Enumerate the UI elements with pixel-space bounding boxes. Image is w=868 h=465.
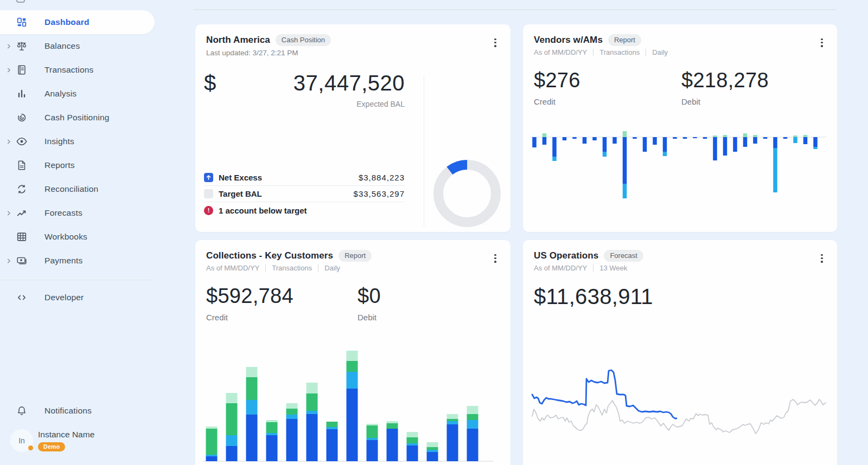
target-bal-value: $33,563,297 bbox=[354, 189, 405, 198]
vertical-divider bbox=[424, 76, 424, 227]
sidebar-item-cash-positioning[interactable]: Cash Positioning bbox=[0, 106, 155, 130]
card-us-operations: US Operations Forecast As of MM/DD/YY13 … bbox=[523, 240, 837, 465]
instance-status-dot bbox=[28, 445, 33, 450]
card-meta: As of MM/DD/YY13 Week bbox=[534, 264, 627, 272]
balances-icon bbox=[16, 40, 28, 52]
notifications-icon bbox=[16, 405, 28, 417]
card-meta: As of MM/DD/YYTransactionsDaily bbox=[534, 48, 668, 56]
debit-stat: $218,278 Debit bbox=[681, 69, 769, 106]
chevron-right-icon[interactable] bbox=[7, 43, 12, 49]
sidebar-item-label: Balances bbox=[44, 41, 80, 51]
cash-position-donut-chart bbox=[432, 158, 502, 229]
meta-item: Transactions bbox=[599, 48, 640, 56]
credit-value: $592,784 bbox=[206, 285, 293, 308]
sidebar-item-balances[interactable]: Balances bbox=[0, 34, 155, 58]
balance-rows: Net Excess $3,884,223 Target BAL $33,563… bbox=[204, 170, 405, 218]
sidebar-item-label: Insights bbox=[44, 137, 74, 146]
sidebar-item-transactions[interactable]: Transactions bbox=[0, 58, 155, 82]
kebab-menu-button[interactable] bbox=[818, 254, 826, 265]
chevron-right-icon[interactable] bbox=[7, 258, 12, 263]
meta-separator bbox=[593, 264, 593, 272]
sidebar-item-dashboard[interactable]: Dashboard bbox=[0, 10, 155, 34]
usops-line-chart bbox=[531, 358, 828, 461]
alert-icon: ! bbox=[204, 206, 213, 215]
alert-text: 1 account below target bbox=[219, 206, 307, 215]
alert-row: ! 1 account below target bbox=[204, 202, 405, 218]
sidebar-item-reconciliation[interactable]: Reconciliation bbox=[0, 177, 155, 201]
card-cash-position: North America Cash Position Last updated… bbox=[195, 24, 510, 232]
sidebar-item-workbooks[interactable]: Workbooks bbox=[0, 225, 155, 249]
sidebar-item-label: Cash Positioning bbox=[44, 113, 110, 122]
sidebar-item-label: Transactions bbox=[44, 65, 94, 75]
forecast-value: $11,638,911 bbox=[534, 285, 653, 309]
card-collections: Collections - Key Customers Report As of… bbox=[195, 240, 510, 465]
expected-balance-value: 37,447,520 bbox=[204, 71, 405, 95]
debit-value: $0 bbox=[358, 285, 381, 308]
sidebar-item-notifications[interactable]: Notifications bbox=[0, 399, 155, 423]
collections-bar-chart bbox=[203, 341, 501, 465]
reports-icon bbox=[16, 159, 28, 171]
target-square-icon bbox=[204, 189, 213, 198]
meta-item: 13 Week bbox=[599, 264, 627, 272]
developer-icon bbox=[16, 292, 28, 303]
meta-item: As of MM/DD/YY bbox=[206, 264, 259, 272]
sidebar-item-label: Reports bbox=[44, 160, 75, 170]
meta-item: Daily bbox=[652, 48, 668, 56]
card-type-badge: Report bbox=[608, 34, 641, 46]
meta-item: As of MM/DD/YY bbox=[534, 48, 587, 56]
debit-label: Debit bbox=[358, 313, 381, 322]
target-bal-label: Target BAL bbox=[219, 189, 262, 198]
credit-stat: $276 Credit bbox=[534, 69, 580, 106]
debit-label: Debit bbox=[681, 97, 769, 106]
card-meta: As of MM/DD/YYTransactionsDaily bbox=[206, 264, 340, 272]
transactions-icon bbox=[16, 64, 28, 76]
last-updated-text: Last updated: 3/27, 2:21 PM bbox=[206, 49, 298, 57]
sidebar-item-insights[interactable]: Insights bbox=[0, 130, 155, 153]
credit-stat: $592,784 Credit bbox=[206, 285, 293, 322]
meta-separator bbox=[318, 264, 318, 272]
card-vendors: Vendors w/AMs Report As of MM/DD/YYTrans… bbox=[523, 24, 837, 232]
chevron-right-icon[interactable] bbox=[7, 210, 12, 216]
credit-label: Credit bbox=[206, 313, 293, 322]
sidebar-item-label: Analysis bbox=[44, 89, 76, 99]
meta-separator bbox=[265, 264, 266, 272]
net-excess-row: Net Excess $3,884,223 bbox=[204, 170, 405, 186]
card-title: Collections - Key Customers bbox=[206, 250, 333, 261]
kebab-menu-button[interactable] bbox=[818, 38, 826, 49]
workbooks-icon bbox=[16, 231, 28, 243]
demo-badge: Demo bbox=[38, 442, 65, 451]
sidebar-item-label: Payments bbox=[44, 256, 83, 266]
debit-value: $218,278 bbox=[681, 69, 769, 92]
credit-value: $276 bbox=[534, 69, 580, 92]
net-excess-label: Net Excess bbox=[219, 173, 262, 182]
content-top-divider bbox=[193, 9, 836, 10]
reconciliation-icon bbox=[16, 183, 28, 195]
instance-name[interactable]: Instance Name bbox=[38, 430, 94, 440]
sidebar-item-payments[interactable]: Payments bbox=[0, 249, 155, 273]
chevron-right-icon[interactable] bbox=[7, 139, 12, 144]
insights-icon bbox=[16, 135, 28, 147]
cash-positioning-icon bbox=[16, 112, 28, 124]
sidebar-item-reports[interactable]: Reports bbox=[0, 153, 155, 177]
kebab-menu-button[interactable] bbox=[491, 254, 500, 265]
expected-balance-block: $ 37,447,520 Expected BAL bbox=[204, 71, 405, 108]
sidebar-item-label: Notifications bbox=[44, 406, 92, 416]
card-type-badge: Forecast bbox=[604, 250, 643, 262]
credit-label: Credit bbox=[534, 97, 580, 106]
kebab-menu-button[interactable] bbox=[491, 38, 500, 49]
logo-partial bbox=[16, 0, 25, 3]
dashboard-icon bbox=[16, 16, 28, 28]
sidebar-item-label: Reconciliation bbox=[44, 184, 98, 194]
sidebar-item-analysis[interactable]: Analysis bbox=[0, 82, 155, 106]
meta-separator bbox=[646, 49, 646, 56]
meta-item: Transactions bbox=[272, 264, 312, 272]
sidebar: DashboardBalancesTransactionsAnalysisCas… bbox=[0, 0, 152, 465]
sidebar-divider bbox=[0, 280, 152, 280]
meta-item: Daily bbox=[324, 264, 340, 272]
sidebar-item-label: Developer bbox=[44, 293, 84, 302]
sidebar-item-forecasts[interactable]: Forecasts bbox=[0, 201, 155, 225]
meta-item: As of MM/DD/YY bbox=[534, 264, 587, 272]
chevron-right-icon[interactable] bbox=[7, 67, 12, 73]
sidebar-item-developer[interactable]: Developer bbox=[0, 286, 155, 309]
up-arrow-icon bbox=[204, 173, 213, 182]
